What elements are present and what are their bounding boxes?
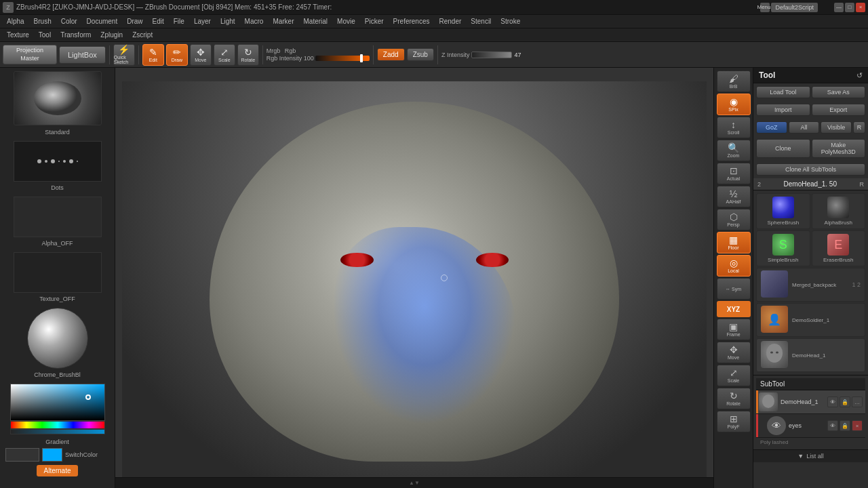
zsub-button[interactable]: Zsub [407,48,434,61]
brush-item-merged-backpack[interactable]: Merged_backpack 1 2 [756,268,865,302]
menu-texture[interactable]: Texture [3,30,33,39]
projection-master-button[interactable]: Projection Master [3,45,57,64]
all-button[interactable]: All [789,121,820,134]
menu-zplugin[interactable]: Zplugin [96,30,127,39]
brb-button[interactable]: 🖌 BrB [717,70,751,92]
menu-draw[interactable]: Draw [123,17,146,26]
menus-button[interactable]: Menus [760,3,770,12]
list-all-button[interactable]: ▼ List all [753,449,868,462]
menu-alpha[interactable]: Alpha [3,17,28,26]
rgb-intensity-slider[interactable] [315,56,370,61]
menu-document[interactable]: Document [83,17,122,26]
brush-item-spherebrush[interactable]: SphereBrush [756,193,810,229]
lightbox-button[interactable]: LightBox [59,46,106,64]
edit-button[interactable]: ✎ Edit [142,44,164,66]
rotate-button[interactable]: ↻ Rotate [237,44,259,66]
brush-item-demosoldier[interactable]: 👤 DemoSoldier_1 [756,303,865,337]
make-polymesh3d-button[interactable]: Make PolyMesh3D [812,139,866,158]
alpha-preview[interactable] [14,197,102,237]
material-preview[interactable] [27,308,88,369]
scale-strip-button[interactable]: ⤢ Scale [717,365,751,386]
minimize-button[interactable]: — [834,3,844,12]
frame-button[interactable]: ▣ Frame [717,319,751,340]
local-button[interactable]: ◎ Local [717,255,751,277]
alternate-button[interactable]: Alternate [37,465,77,476]
draw-button[interactable]: ✏ Draw [166,44,188,66]
subtool-item-demohead[interactable]: DemoHead_1 👁 🔒 … [756,390,865,414]
xyz-button[interactable]: XYZ [717,301,751,317]
visible-button[interactable]: Visible [821,121,852,134]
tool-panel-refresh-icon[interactable]: ↺ [856,71,863,80]
move-button[interactable]: ✥ Move [190,44,212,66]
scale-button[interactable]: ⤢ Scale [214,44,235,66]
hue-slider[interactable] [10,421,105,429]
menu-macro[interactable]: Macro [241,17,268,26]
menu-tool[interactable]: Tool [35,30,55,39]
menu-color[interactable]: Color [57,17,81,26]
rotate-strip-button[interactable]: ↻ Rotate [717,388,751,409]
import-button[interactable]: Import [756,104,810,116]
menu-picker[interactable]: Picker [361,17,388,26]
demo-head-selector[interactable]: 2 DemoHead_1. 50 R [753,178,868,190]
move-strip-button[interactable]: ✥ Move [717,342,751,363]
opacity-slider[interactable] [10,429,105,434]
menu-layer[interactable]: Layer [190,17,215,26]
zoom-button[interactable]: 🔍 Zoom [717,140,751,161]
sym-button[interactable]: ↔ Sym [717,278,751,300]
main-color-swatch[interactable] [5,448,39,462]
color-box[interactable] [10,384,105,421]
alt-color-swatch[interactable] [42,448,62,462]
menu-movie[interactable]: Movie [333,17,359,26]
menu-transform[interactable]: Transform [56,30,95,39]
menu-preferences[interactable]: Preferences [389,17,434,26]
scroll-button[interactable]: ↕ Scroll [717,117,751,138]
sphere-brush-label: SphereBrush [767,220,799,226]
persp-button[interactable]: ⬡ Persp [717,209,751,230]
polyf-button[interactable]: ⊞ PolyF [717,411,751,432]
brush-preview[interactable] [14,71,102,125]
goz-button[interactable]: GoZ [756,121,787,134]
aahalf-button[interactable]: ½ AAHalf [717,186,751,207]
zadd-button[interactable]: Zadd [377,48,405,61]
canvas-area[interactable]: ▲▼ [115,68,713,488]
dots-preview[interactable] [14,141,102,182]
subtool-eyes-eye-btn[interactable]: 👁 [827,420,838,431]
save-as-button[interactable]: Save As [812,86,866,98]
subtool-item-eyes[interactable]: 👁 eyes 👁 🔒 × [756,414,865,438]
clone-button[interactable]: Clone [756,139,810,158]
texture-preview[interactable] [14,252,102,293]
menu-render[interactable]: Render [435,17,466,26]
brush-item-simplebrush[interactable]: S SimpleBrush [756,230,810,266]
script-button[interactable]: Default2Script [771,3,818,12]
dot-4 [58,161,60,162]
subtool-lock-btn[interactable]: 🔒 [840,396,850,407]
maximize-button[interactable]: □ [845,3,854,12]
menu-edit[interactable]: Edit [149,17,168,26]
menu-marker[interactable]: Marker [269,17,298,26]
load-tool-button[interactable]: Load Tool [756,86,810,98]
brush-item-demohead[interactable]: DemoHead_1 [756,338,865,372]
subtool-eyes-delete-btn[interactable]: × [852,420,863,431]
export-button[interactable]: Export [812,104,866,116]
subtool-eyes-lock-btn[interactable]: 🔒 [840,420,850,431]
menu-file[interactable]: File [170,17,189,26]
r-button[interactable]: R [853,121,865,134]
floor-button[interactable]: ▦ Floor [717,232,751,253]
menu-zscript[interactable]: Zscript [128,30,157,39]
menu-stroke[interactable]: Stroke [496,17,524,26]
menu-brush[interactable]: Brush [30,17,56,26]
z-intensity-slider[interactable] [471,52,512,58]
menu-light[interactable]: Light [216,17,239,26]
quick-sketch-button[interactable]: ⚡ Quick Sketch [113,44,135,66]
demohead-label: DemoHead_1 [792,352,825,359]
menu-stencil[interactable]: Stencil [467,17,495,26]
brush-item-alphabrush[interactable]: AlphaBrush [812,193,866,229]
spix-button[interactable]: ◉ SPix [717,94,751,115]
actual-button[interactable]: ⊡ Actual [717,163,751,184]
clone-all-subtools-button[interactable]: Clone All SubTools [756,163,865,176]
brush-item-eraserbrush[interactable]: E EraserBrush [812,230,866,266]
menu-material[interactable]: Material [300,17,332,26]
close-button[interactable]: × [856,3,865,12]
subtool-more-btn[interactable]: … [852,396,863,407]
subtool-eye-btn[interactable]: 👁 [827,396,838,407]
